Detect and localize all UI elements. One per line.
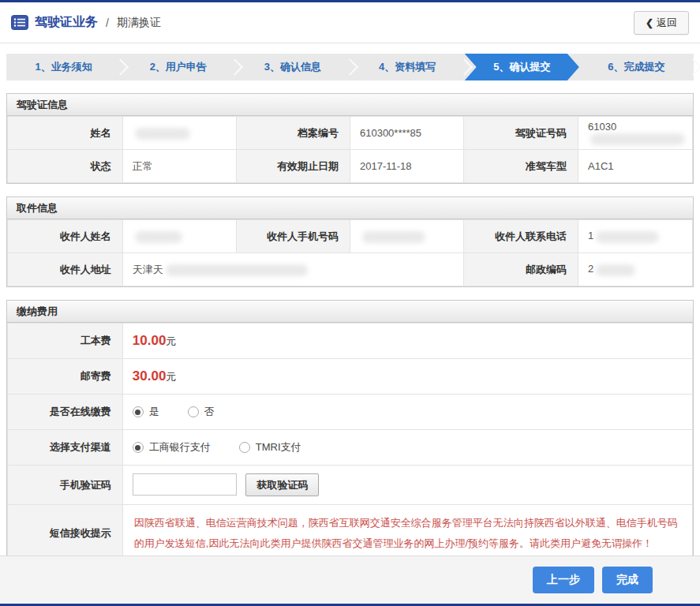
payment-section-title: 缴纳费用 bbox=[7, 301, 693, 323]
payment-channel-label: 选择支付渠道 bbox=[8, 430, 123, 466]
status-value: 正常 bbox=[122, 150, 236, 183]
online-payment-label: 是否在线缴费 bbox=[8, 395, 123, 430]
table-row: 是否在线缴费 是 否 bbox=[8, 395, 693, 430]
redacted-blur bbox=[166, 264, 308, 276]
radio-channel-icbc[interactable]: 工商银行支付 bbox=[133, 440, 211, 454]
postage-fee-value: 30.00元 bbox=[122, 359, 692, 395]
recipient-name-value bbox=[122, 220, 236, 253]
table-row: 邮寄费 30.00元 bbox=[8, 359, 693, 395]
payment-table: 工本费 10.00元 邮寄费 30.00元 是否在线缴费 是 否 选择支付渠道 bbox=[7, 323, 693, 563]
recipient-address-value: 天津天 bbox=[122, 253, 463, 286]
redacted-blur bbox=[590, 133, 685, 145]
breadcrumb: 驾驶证业务 / 期满换证 bbox=[11, 14, 161, 31]
license-info-table: 姓名 档案编号 610300****85 驾驶证号码 61030 状态 正常 有… bbox=[7, 116, 693, 183]
license-number-label: 驾驶证号码 bbox=[464, 117, 578, 150]
vehicle-class-value: A1C1 bbox=[578, 150, 693, 183]
file-number-label: 档案编号 bbox=[236, 117, 350, 150]
redacted-blur bbox=[596, 264, 635, 276]
previous-step-button[interactable]: 上一步 bbox=[533, 567, 594, 593]
online-payment-options: 是 否 bbox=[122, 395, 692, 430]
finish-button[interactable]: 完成 bbox=[602, 567, 653, 593]
sms-notice-text: 因陕西省联通、电信运营商技术问题，陕西省互联网交通安全综合服务管理平台无法向持陕… bbox=[133, 508, 683, 559]
status-label: 状态 bbox=[8, 150, 123, 183]
postal-code-label: 邮政编码 bbox=[464, 253, 578, 286]
redacted-blur bbox=[135, 128, 190, 140]
back-button-label: 返回 bbox=[657, 16, 677, 30]
step-4-fill-materials[interactable]: 4、资料填写 bbox=[350, 54, 465, 80]
chevron-separator-icon bbox=[685, 58, 700, 75]
postage-fee-label: 邮寄费 bbox=[8, 359, 123, 395]
recipient-phone-label: 收件人联系电话 bbox=[464, 220, 578, 253]
radio-icon bbox=[133, 442, 144, 453]
radio-icon bbox=[239, 442, 250, 453]
radio-icon bbox=[133, 406, 144, 417]
file-number-value: 610300****85 bbox=[350, 117, 463, 150]
redacted-blur bbox=[135, 231, 182, 243]
production-fee-label: 工本费 bbox=[8, 324, 123, 359]
vehicle-class-label: 准驾车型 bbox=[464, 150, 578, 183]
sms-notice-label: 短信接收提示 bbox=[8, 505, 123, 563]
step-3-confirm-info[interactable]: 3、确认信息 bbox=[235, 54, 350, 80]
sms-code-label: 手机验证码 bbox=[8, 466, 123, 505]
footer-action-bar: 上一步 完成 bbox=[0, 556, 700, 606]
step-progress-bar: 1、业务须知 2、用户申告 3、确认信息 4、资料填写 5、确认提交 6、完成提… bbox=[6, 54, 694, 80]
page-header: 驾驶证业务 / 期满换证 ❮ 返回 bbox=[0, 2, 700, 43]
license-info-section-title: 驾驶证信息 bbox=[7, 94, 693, 116]
radio-channel-tmri[interactable]: TMRI支付 bbox=[239, 440, 301, 454]
expiry-date-label: 有效期止日期 bbox=[236, 150, 350, 183]
pickup-info-section: 取件信息 收件人姓名 收件人手机号码 收件人联系电话 1 收件人地址 天津天 邮… bbox=[6, 196, 694, 287]
breadcrumb-separator: / bbox=[106, 17, 109, 29]
radio-icon bbox=[188, 406, 199, 417]
redacted-blur bbox=[596, 231, 659, 243]
chevron-separator-icon bbox=[456, 58, 473, 75]
table-row: 姓名 档案编号 610300****85 驾驶证号码 61030 bbox=[8, 117, 693, 150]
table-row: 收件人地址 天津天 邮政编码 2 bbox=[8, 253, 693, 286]
page-title: 期满换证 bbox=[117, 16, 161, 30]
list-icon bbox=[11, 15, 28, 30]
back-button[interactable]: ❮ 返回 bbox=[634, 11, 689, 35]
table-row: 选择支付渠道 工商银行支付 TMRI支付 bbox=[8, 430, 693, 466]
recipient-mobile-label: 收件人手机号码 bbox=[236, 220, 350, 253]
sms-code-field: 获取验证码 bbox=[122, 466, 692, 505]
recipient-address-label: 收件人地址 bbox=[8, 253, 123, 286]
chevron-left-icon: ❮ bbox=[646, 17, 653, 28]
production-fee-value: 10.00元 bbox=[122, 324, 692, 359]
recipient-mobile-value bbox=[350, 220, 463, 253]
pickup-info-table: 收件人姓名 收件人手机号码 收件人联系电话 1 收件人地址 天津天 邮政编码 2 bbox=[7, 219, 693, 286]
step-5-confirm-submit-active[interactable]: 5、确认提交 bbox=[465, 54, 579, 80]
name-value bbox=[122, 117, 236, 150]
recipient-name-label: 收件人姓名 bbox=[8, 220, 123, 253]
table-row: 状态 正常 有效期止日期 2017-11-18 准驾车型 A1C1 bbox=[8, 150, 693, 183]
name-label: 姓名 bbox=[8, 117, 123, 150]
table-row: 工本费 10.00元 bbox=[8, 324, 693, 359]
license-info-section: 驾驶证信息 姓名 档案编号 610300****85 驾驶证号码 61030 状… bbox=[6, 93, 694, 184]
license-number-value: 61030 bbox=[578, 117, 693, 150]
step-2-user-declaration[interactable]: 2、用户申告 bbox=[121, 54, 235, 80]
sms-code-input[interactable] bbox=[133, 473, 237, 496]
step-6-complete-submit[interactable]: 6、完成提交 bbox=[579, 54, 694, 80]
redacted-blur bbox=[362, 231, 425, 243]
step-1-business-notice[interactable]: 1、业务须知 bbox=[6, 54, 121, 80]
radio-pay-online-yes[interactable]: 是 bbox=[133, 405, 159, 419]
postal-code-value: 2 bbox=[578, 253, 693, 286]
table-row: 短信接收提示 因陕西省联通、电信运营商技术问题，陕西省互联网交通安全综合服务管理… bbox=[8, 505, 693, 563]
get-sms-code-button[interactable]: 获取验证码 bbox=[245, 473, 319, 496]
recipient-phone-value: 1 bbox=[578, 220, 693, 253]
business-category-title: 驾驶证业务 bbox=[35, 14, 98, 31]
payment-channel-options: 工商银行支付 TMRI支付 bbox=[122, 430, 692, 466]
pickup-info-section-title: 取件信息 bbox=[7, 197, 693, 219]
radio-pay-online-no[interactable]: 否 bbox=[188, 405, 215, 419]
expiry-date-value: 2017-11-18 bbox=[350, 150, 463, 183]
payment-section: 缴纳费用 工本费 10.00元 邮寄费 30.00元 是否在线缴费 是 否 bbox=[6, 300, 694, 563]
sms-notice-text-cell: 因陕西省联通、电信运营商技术问题，陕西省互联网交通安全综合服务管理平台无法向持陕… bbox=[122, 505, 692, 563]
table-row: 手机验证码 获取验证码 bbox=[8, 466, 693, 505]
table-row: 收件人姓名 收件人手机号码 收件人联系电话 1 bbox=[8, 220, 693, 253]
